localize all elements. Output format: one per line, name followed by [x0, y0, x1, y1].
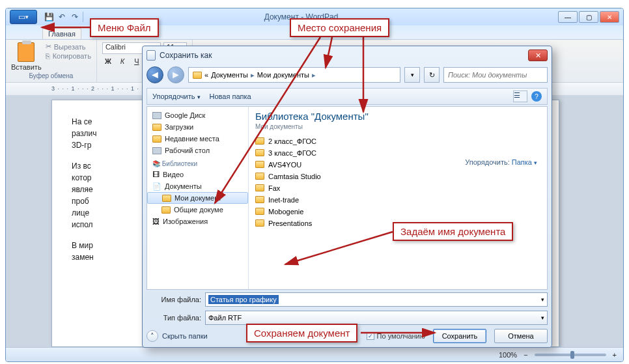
list-item[interactable]: Inet-trade [255, 194, 540, 205]
filetype-select[interactable]: Файл RTF ▾ [205, 311, 548, 325]
tree-item[interactable]: 🖼Изображения [147, 216, 248, 227]
callout-save-doc: Сохраняем документ [246, 324, 357, 343]
library-icon: 📚 [152, 160, 160, 167]
filetype-value: Файл RTF [208, 314, 242, 322]
tab-home[interactable]: Главная [42, 28, 81, 39]
save-as-dialog: Сохранить как ✕ ◄ ► « Документы ▸ Мои до… [142, 46, 552, 348]
paste-label: Вставить [11, 63, 42, 71]
window-controls: — ▢ ✕ [558, 11, 619, 23]
tree-item-selected[interactable]: Мои документ [147, 192, 248, 204]
location-subtitle: Мои документы [255, 123, 540, 130]
chevron-right-icon: ▸ [312, 71, 316, 79]
callout-save-location: Место сохранения [290, 18, 389, 37]
sort-control[interactable]: Упорядочить: Папка ▾ [465, 158, 537, 166]
tree-item[interactable]: 🎞Видео [147, 169, 248, 180]
cut-button[interactable]: ✂Вырезать [46, 42, 91, 51]
organize-button[interactable]: Упорядочить ▾ [152, 92, 201, 100]
filename-value: Статья про графику [208, 295, 279, 304]
dialog-titlebar: Сохранить как ✕ [143, 46, 552, 64]
dialog-toolbar: Упорядочить ▾ Новая папка ☰ ? [147, 88, 548, 105]
tree-group-libraries[interactable]: 📚 Библиотеки [147, 156, 248, 169]
minimize-button[interactable]: — [558, 11, 578, 23]
bc-part-2[interactable]: Мои документы [257, 71, 309, 79]
refresh-button[interactable]: ↻ [424, 67, 440, 83]
italic-button[interactable]: К [117, 57, 128, 65]
help-button[interactable]: ? [531, 91, 542, 102]
tree-item[interactable]: 📄Документы [147, 180, 248, 192]
file-content-pane: Библиотека "Документы" Мои документы 2 к… [249, 107, 547, 289]
list-item[interactable]: 3 класс_ФГОС [255, 147, 540, 158]
drive-icon [152, 112, 161, 119]
search-input[interactable] [443, 67, 548, 83]
new-folder-button[interactable]: Новая папка [210, 92, 251, 100]
clipboard-icon [18, 42, 35, 62]
zoom-in-button[interactable]: + [613, 351, 617, 359]
zoom-label: 100% [499, 351, 517, 359]
document-icon [147, 50, 156, 61]
tree-item[interactable]: Загрузки [147, 121, 248, 133]
scissors-icon: ✂ [46, 42, 51, 51]
page-icon: ▭ [18, 12, 25, 21]
paste-button[interactable]: Вставить [11, 42, 42, 71]
maximize-button[interactable]: ▢ [579, 11, 598, 23]
checkbox-icon: ✓ [367, 332, 374, 340]
folder-icon [152, 124, 161, 131]
location-title: Библиотека "Документы" [255, 111, 540, 122]
chevron-down-icon[interactable]: ▾ [541, 296, 544, 303]
zoom-slider[interactable] [535, 354, 606, 356]
list-item[interactable]: 2 класс_ФГОС [255, 135, 540, 147]
bc-part-0[interactable]: « [204, 71, 208, 79]
dialog-close-button[interactable]: ✕ [528, 49, 548, 61]
hide-folders-button[interactable]: ˄ Скрыть папки [147, 330, 208, 342]
bc-dropdown-button[interactable]: ▾ [404, 67, 420, 83]
default-checkbox[interactable]: ✓ По умолчанию [367, 332, 425, 340]
folder-icon [161, 206, 171, 214]
file-list[interactable]: 2 класс_ФГОС 3 класс_ФГОС AVS4YOU Camtas… [255, 135, 540, 229]
copy-icon: ⎘ [46, 52, 50, 60]
underline-button[interactable]: Ч [131, 57, 143, 65]
folder-icon [255, 149, 264, 156]
copy-button[interactable]: ⎘Копировать [46, 52, 91, 60]
nav-tree[interactable]: Google Диск Загрузки Недавние места Рабо… [147, 107, 249, 289]
tree-item[interactable]: Рабочий стол [147, 145, 248, 156]
dialog-body: Google Диск Загрузки Недавние места Рабо… [147, 106, 548, 290]
filetype-label: Тип файла: [147, 314, 201, 322]
tree-item[interactable]: Google Диск [147, 109, 248, 121]
chevron-down-icon: ▾ [534, 160, 537, 166]
nav-toolbar: ◄ ► « Документы ▸ Мои документы ▸ ▾ ↻ [147, 64, 548, 85]
folder-icon [152, 135, 161, 143]
forward-button[interactable]: ► [167, 66, 184, 83]
list-item[interactable]: Fax [255, 182, 540, 193]
folder-icon [255, 196, 264, 203]
folder-icon [255, 173, 264, 180]
tree-item[interactable]: Общие докуме [147, 204, 248, 216]
filename-input[interactable]: Статья про графику ▾ [205, 292, 548, 307]
chevron-up-icon: ˄ [147, 330, 158, 342]
chevron-down-icon: ▾ [197, 94, 201, 100]
file-menu-button[interactable]: ▭▾ [10, 10, 37, 24]
breadcrumb[interactable]: « Документы ▸ Мои документы ▸ [188, 67, 400, 83]
callout-doc-name: Задаём имя документа [393, 222, 513, 241]
group-clipboard: Вставить ✂Вырезать ⎘Копировать Буфер обм… [6, 40, 97, 82]
close-button[interactable]: ✕ [600, 11, 619, 23]
folder-icon [255, 219, 264, 227]
chevron-down-icon: ▾ [411, 72, 414, 78]
back-button[interactable]: ◄ [147, 66, 163, 83]
desktop-icon [152, 147, 161, 154]
save-button[interactable]: Сохранить [433, 329, 486, 343]
zoom-out-button[interactable]: − [524, 351, 527, 359]
video-icon: 🎞 [152, 171, 160, 178]
cancel-button[interactable]: Отмена [494, 329, 548, 343]
view-mode-button[interactable]: ☰ [513, 91, 527, 102]
bc-part-1[interactable]: Документы [211, 71, 248, 79]
folder-icon [162, 195, 171, 202]
save-fields: Имя файла: Статья про графику ▾ Тип файл… [147, 292, 548, 325]
folder-icon [255, 161, 264, 168]
list-item[interactable]: Camtasia Studio [255, 171, 540, 182]
sort-value[interactable]: Папка ▾ [512, 158, 537, 166]
chevron-down-icon: ▾ [25, 14, 29, 20]
group-label-clipboard: Буфер обмена [11, 72, 91, 79]
bold-button[interactable]: Ж [102, 57, 114, 66]
tree-item[interactable]: Недавние места [147, 133, 248, 145]
list-item[interactable]: Mobogenie [255, 206, 540, 217]
